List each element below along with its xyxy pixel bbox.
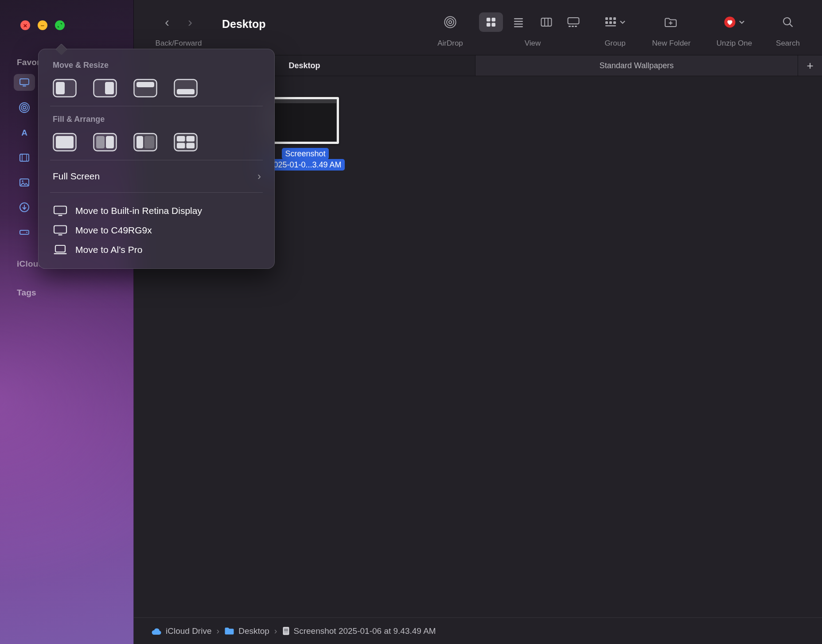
move-resize-header: Move & Resize [53, 61, 263, 70]
close-button[interactable]: × [20, 20, 30, 30]
group-button[interactable] [604, 15, 626, 29]
path-item-desktop[interactable]: Desktop [224, 626, 269, 636]
file-icon [282, 626, 290, 636]
tile-right-half-button[interactable] [93, 79, 117, 97]
new-tab-button[interactable]: + [798, 55, 822, 76]
grid-view-icon [485, 16, 497, 28]
search-button[interactable] [782, 15, 794, 29]
fill-arrange-header: Fill & Arrange [53, 115, 263, 124]
traffic-lights: × − [20, 20, 65, 30]
move-to-label: Move to Built-in Retina Display [75, 206, 202, 216]
back-forward-label: Back/Forward [156, 39, 202, 48]
view-gallery-button[interactable] [561, 12, 585, 32]
chevron-right-icon: › [257, 170, 261, 182]
svg-text:A: A [21, 128, 27, 137]
harddrive-icon [19, 227, 30, 237]
search-label: Search [776, 39, 800, 48]
path-separator: › [216, 626, 219, 636]
display-icon [53, 225, 68, 236]
view-columns-button[interactable] [534, 12, 558, 32]
folder-icon [224, 627, 234, 635]
sidebar-item-applications[interactable]: A [14, 124, 35, 141]
desktop-icon [19, 77, 30, 88]
move-to-c49rg9x-item[interactable]: Move to C49RG9x [50, 221, 263, 240]
move-to-label: Move to Al’s Pro [75, 244, 142, 255]
laptop-icon [53, 244, 68, 256]
chevron-down-icon [619, 20, 626, 24]
tab-standard-wallpapers[interactable]: Standard Wallpapers [475, 55, 798, 76]
zoom-arrows-icon [57, 23, 62, 28]
arrange-left-right-button[interactable] [93, 133, 117, 151]
full-screen-label: Full Screen [53, 171, 100, 182]
path-label: Desktop [238, 626, 269, 636]
gallery-view-icon [567, 16, 580, 28]
minimize-icon: − [41, 22, 45, 29]
close-icon: × [23, 22, 27, 29]
unzip-one-label: Unzip One [717, 39, 752, 48]
sidebar-item-downloads[interactable] [14, 199, 35, 216]
tab-desktop-label: Desktop [288, 61, 320, 70]
tile-bottom-half-button[interactable] [174, 79, 198, 97]
full-screen-menu-item[interactable]: Full Screen › [50, 169, 263, 184]
window-title: Desktop [222, 18, 266, 31]
sidebar-item-airdrop[interactable] [14, 99, 35, 116]
view-list-button[interactable] [506, 12, 530, 32]
arrange-quarters-button[interactable] [174, 133, 198, 151]
path-item-icloud-drive[interactable]: iCloud Drive [151, 626, 211, 636]
tab-wallpapers-label: Standard Wallpapers [600, 61, 674, 70]
sidebar-item-harddrive[interactable] [14, 224, 35, 241]
fill-screen-button[interactable] [53, 133, 77, 151]
display-icon [53, 205, 68, 217]
tile-left-half-button[interactable] [53, 79, 77, 97]
forward-icon: › [188, 16, 192, 28]
chevron-down-icon [739, 20, 745, 24]
group-label: Group [604, 39, 625, 48]
zoom-button[interactable] [55, 20, 65, 30]
divider [50, 192, 263, 193]
move-to-retina-display-item[interactable]: Move to Built-in Retina Display [50, 201, 263, 221]
unzip-one-button[interactable] [724, 15, 745, 29]
new-folder-button[interactable] [664, 15, 678, 29]
divider [50, 106, 263, 106]
path-separator: › [274, 626, 277, 636]
move-resize-options [53, 79, 263, 97]
toolbar: ‹ › Back/Forward Desktop AirDrop [134, 0, 822, 55]
back-button[interactable]: ‹ [165, 15, 169, 29]
path-bar: iCloud Drive › Desktop › Screenshot 2025… [134, 617, 822, 644]
film-icon [19, 152, 30, 163]
group-icon [604, 16, 617, 28]
airdrop-button[interactable] [444, 15, 457, 29]
new-folder-icon [664, 16, 678, 28]
forward-button[interactable]: › [188, 15, 192, 29]
airdrop-label: AirDrop [437, 39, 463, 48]
view-label: View [525, 39, 541, 48]
sidebar-section-tags: Tags [17, 288, 36, 298]
file-thumbnail [272, 97, 339, 144]
move-to-als-pro-item[interactable]: Move to Al’s Pro [50, 240, 263, 260]
photo-icon [19, 177, 30, 188]
sidebar-item-movies[interactable] [14, 149, 35, 166]
file-label: Screenshot 2025-01-0...3.49 AM [266, 148, 344, 171]
columns-view-icon [540, 16, 553, 28]
search-icon [782, 16, 794, 28]
arrange-split-button[interactable] [133, 133, 157, 151]
new-folder-label: New Folder [652, 39, 691, 48]
move-to-label: Move to C49RG9x [75, 225, 152, 236]
applications-icon: A [19, 127, 30, 139]
sidebar-item-desktop[interactable] [14, 74, 35, 91]
view-grid-button[interactable] [479, 12, 503, 32]
airdrop-icon [19, 102, 30, 113]
window-management-popover: Move & Resize Fill & Arrange [38, 49, 275, 269]
divider [50, 160, 263, 160]
file-label-line2: 2025-01-0...3.49 AM [266, 159, 344, 171]
sidebar-item-pictures[interactable] [14, 174, 35, 191]
path-item-screenshot-file[interactable]: Screenshot 2025-01-06 at 9.43.49 AM [282, 626, 436, 636]
tile-top-half-button[interactable] [133, 79, 157, 97]
download-icon [19, 202, 30, 213]
fill-arrange-options [53, 133, 263, 151]
file-screenshot[interactable]: Screenshot 2025-01-0...3.49 AM [265, 97, 346, 171]
path-label: Screenshot 2025-01-06 at 9.43.49 AM [294, 626, 436, 636]
minimize-button[interactable]: − [38, 20, 47, 30]
unzip-one-app-icon [724, 16, 736, 28]
path-label: iCloud Drive [166, 626, 211, 636]
